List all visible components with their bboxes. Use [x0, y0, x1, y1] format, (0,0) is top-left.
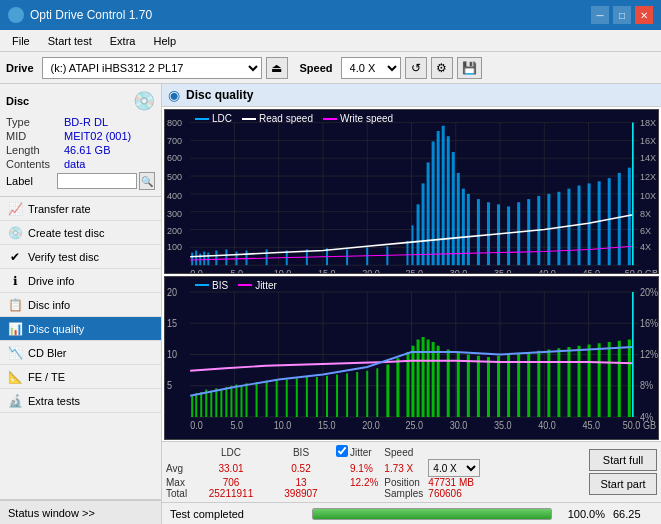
svg-text:40.0: 40.0 — [538, 267, 556, 272]
status-text: Test completed — [170, 508, 304, 520]
stats-row: LDC BIS Jitter Speed Avg 33.01 — [162, 441, 661, 502]
svg-rect-89 — [608, 178, 611, 265]
fe-te-label: FE / TE — [28, 371, 65, 383]
start-part-button[interactable]: Start part — [589, 473, 657, 495]
sidebar-item-fe-te[interactable]: 📐 FE / TE — [0, 365, 161, 389]
sidebar-item-drive-info[interactable]: ℹ Drive info — [0, 269, 161, 293]
svg-rect-78 — [497, 204, 500, 265]
type-label: Type — [6, 116, 64, 128]
minimize-button[interactable]: ─ — [591, 6, 609, 24]
disc-quality-icon: 📊 — [8, 322, 22, 336]
close-button[interactable]: ✕ — [635, 6, 653, 24]
avg-ldc: 33.01 — [196, 459, 266, 477]
label-search-button[interactable]: 🔍 — [139, 172, 155, 190]
svg-rect-55 — [245, 250, 247, 265]
samples-value: 760606 — [428, 488, 480, 499]
svg-text:15.0: 15.0 — [318, 267, 336, 272]
svg-rect-159 — [422, 337, 425, 417]
svg-rect-151 — [356, 372, 358, 417]
label-field-label: Label — [6, 175, 57, 187]
svg-text:400: 400 — [167, 191, 182, 201]
svg-rect-141 — [256, 382, 258, 417]
speed-select[interactable]: 4.0 X — [341, 57, 401, 79]
top-chart: LDC Read speed Write speed 800 — [164, 109, 659, 274]
svg-text:15: 15 — [167, 317, 177, 329]
speed-header: Speed — [378, 445, 428, 459]
settings-button[interactable]: ⚙ — [431, 57, 453, 79]
sidebar-item-extra-tests[interactable]: 🔬 Extra tests — [0, 389, 161, 413]
bis-legend: BIS — [212, 280, 228, 291]
svg-rect-178 — [598, 343, 601, 417]
sidebar-item-transfer-rate[interactable]: 📈 Transfer rate — [0, 197, 161, 221]
menu-help[interactable]: Help — [145, 33, 184, 49]
fe-te-icon: 📐 — [8, 370, 22, 384]
start-full-button[interactable]: Start full — [589, 449, 657, 471]
jitter-checkbox[interactable] — [336, 445, 348, 457]
write-speed-legend: Write speed — [340, 113, 393, 124]
svg-text:10.0: 10.0 — [274, 419, 292, 431]
svg-rect-154 — [386, 364, 389, 417]
save-button[interactable]: 💾 — [457, 57, 482, 79]
length-value: 46.61 GB — [64, 144, 155, 156]
svg-rect-142 — [266, 380, 268, 416]
svg-rect-143 — [276, 379, 278, 417]
svg-text:6X: 6X — [640, 226, 651, 236]
top-chart-svg: 800 700 600 500 400 300 200 100 18X 16X … — [165, 110, 658, 273]
svg-rect-167 — [487, 357, 490, 417]
svg-text:20.0: 20.0 — [362, 419, 380, 431]
transfer-rate-icon: 📈 — [8, 202, 22, 216]
svg-text:100: 100 — [167, 242, 182, 252]
sidebar-item-disc-info[interactable]: 📋 Disc info — [0, 293, 161, 317]
ldc-header: LDC — [196, 445, 266, 459]
refresh-button[interactable]: ↺ — [405, 57, 427, 79]
chart-icon: ◉ — [168, 87, 180, 103]
svg-text:10: 10 — [167, 348, 177, 360]
status-bar: Test completed 100.0% 66.25 — [162, 502, 661, 524]
jitter-legend: Jitter — [255, 280, 277, 291]
status-window-button[interactable]: Status window >> — [0, 500, 161, 524]
svg-rect-161 — [432, 342, 435, 417]
menu-file[interactable]: File — [4, 33, 38, 49]
disc-panel-title: Disc — [6, 95, 29, 107]
svg-rect-163 — [447, 349, 450, 417]
svg-rect-130 — [195, 393, 197, 417]
svg-rect-52 — [215, 250, 217, 265]
drive-info-label: Drive info — [28, 275, 74, 287]
chart-header: ◉ Disc quality — [162, 84, 661, 107]
svg-rect-165 — [467, 354, 470, 417]
sidebar-item-disc-quality[interactable]: 📊 Disc quality — [0, 317, 161, 341]
svg-rect-149 — [336, 374, 338, 417]
quality-speed-select[interactable]: 4.0 X — [428, 459, 480, 477]
svg-rect-84 — [557, 192, 560, 265]
svg-text:50.0 GB: 50.0 GB — [623, 419, 656, 431]
contents-label: Contents — [6, 158, 64, 170]
svg-rect-69 — [437, 131, 440, 265]
sidebar-item-create-test-disc[interactable]: 💿 Create test disc — [0, 221, 161, 245]
menu-extra[interactable]: Extra — [102, 33, 144, 49]
svg-rect-177 — [588, 344, 591, 417]
progress-bar-fill — [313, 509, 551, 519]
svg-text:45.0: 45.0 — [583, 419, 601, 431]
label-input[interactable] — [57, 173, 137, 189]
svg-text:10.0: 10.0 — [274, 267, 292, 272]
create-test-disc-label: Create test disc — [28, 227, 104, 239]
svg-text:14X: 14X — [640, 153, 656, 163]
eject-button[interactable]: ⏏ — [266, 57, 288, 79]
svg-rect-90 — [618, 173, 621, 265]
transfer-rate-label: Transfer rate — [28, 203, 91, 215]
max-jitter: 12.2% — [350, 477, 378, 488]
sidebar-item-cd-bler[interactable]: 📉 CD Bler — [0, 341, 161, 365]
svg-rect-135 — [220, 389, 222, 417]
svg-rect-66 — [422, 183, 425, 265]
app-title: Opti Drive Control 1.70 — [30, 8, 152, 22]
drive-select[interactable]: (k:) ATAPI iHBS312 2 PL17 — [42, 57, 262, 79]
sidebar-item-verify-test-disc[interactable]: ✔ Verify test disc — [0, 245, 161, 269]
svg-rect-129 — [191, 395, 193, 416]
svg-rect-145 — [296, 378, 298, 417]
maximize-button[interactable]: □ — [613, 6, 631, 24]
svg-text:10X: 10X — [640, 191, 656, 201]
menu-bar: File Start test Extra Help — [0, 30, 661, 52]
svg-text:5.0: 5.0 — [230, 267, 243, 272]
menu-start-test[interactable]: Start test — [40, 33, 100, 49]
svg-text:5.0: 5.0 — [230, 419, 243, 431]
